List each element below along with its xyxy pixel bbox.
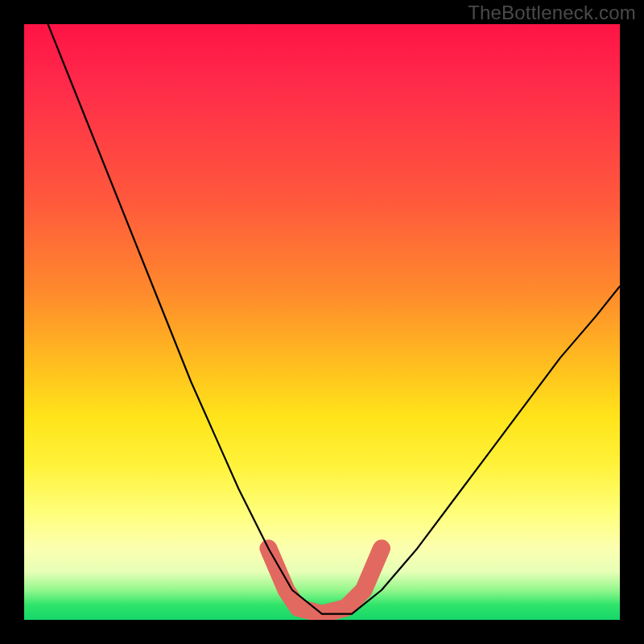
- bottleneck-curve-path: [48, 24, 620, 614]
- chart-frame: TheBottleneck.com: [0, 0, 644, 644]
- curve-overlay: [24, 24, 620, 620]
- plot-area: [24, 24, 620, 620]
- watermark-text: TheBottleneck.com: [468, 2, 636, 24]
